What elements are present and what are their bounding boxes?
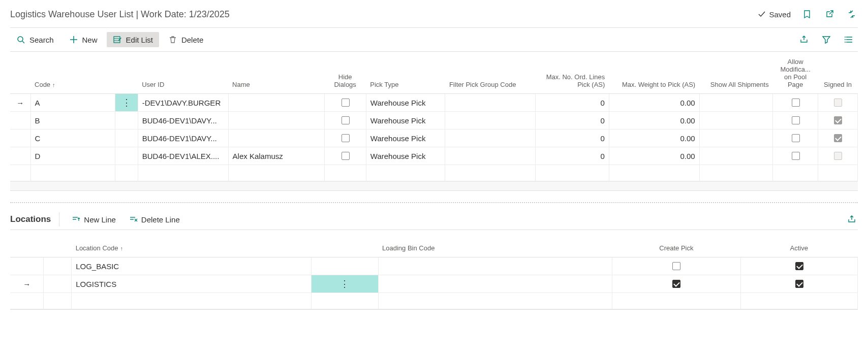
cell-filter-group[interactable] xyxy=(445,129,536,147)
empty-cell[interactable] xyxy=(138,165,228,181)
cell-pick-type[interactable]: Warehouse Pick xyxy=(366,94,445,112)
empty-cell[interactable] xyxy=(30,165,115,181)
col-filter-pick-group[interactable]: Filter Pick Group Code xyxy=(445,54,536,94)
col-user-id[interactable]: User ID xyxy=(138,54,228,94)
active-checkbox[interactable] xyxy=(795,280,803,288)
cell-loading-bin[interactable] xyxy=(378,257,612,275)
row-menu-button[interactable] xyxy=(115,147,138,165)
delete-button[interactable]: Delete xyxy=(162,32,209,47)
cell-hide-dialogs[interactable] xyxy=(324,147,366,165)
cell-hide-dialogs[interactable] xyxy=(324,129,366,147)
cell-signed-in[interactable] xyxy=(818,112,858,129)
empty-cell[interactable] xyxy=(324,165,366,181)
cell-location-code[interactable]: LOGISTICS xyxy=(72,275,312,293)
new-button[interactable]: New xyxy=(63,32,104,47)
cell-active[interactable] xyxy=(740,257,857,275)
cell-show-shipments[interactable] xyxy=(699,129,773,147)
search-button[interactable]: Search xyxy=(10,32,60,47)
cell-extra[interactable]: ⋮ xyxy=(311,275,378,293)
table-row[interactable]: LOG_BASIC xyxy=(10,257,858,275)
cell-user-id[interactable]: -DEV1\DAVY.BURGER xyxy=(138,94,228,112)
loc-col-loading-bin[interactable]: Loading Bin Code xyxy=(378,232,612,257)
locations-grid[interactable]: Location Code↑ Loading Bin Code Create P… xyxy=(10,232,858,309)
empty-cell[interactable] xyxy=(228,165,324,181)
row-menu-button[interactable] xyxy=(115,112,138,129)
hide-dialogs-checkbox[interactable] xyxy=(342,116,350,124)
empty-cell[interactable] xyxy=(536,165,609,181)
cell-allow-modifica[interactable] xyxy=(773,112,818,129)
table-row-empty[interactable] xyxy=(10,293,858,309)
empty-cell[interactable] xyxy=(612,293,740,309)
empty-cell[interactable] xyxy=(115,165,138,181)
cell-max-lines[interactable]: 0 xyxy=(536,112,609,129)
col-code[interactable]: Code↑ xyxy=(30,54,115,94)
cell-code[interactable]: C xyxy=(30,129,115,147)
empty-cell[interactable] xyxy=(378,293,612,309)
filter-icon[interactable] xyxy=(820,34,832,46)
col-signed-in[interactable]: Signed In xyxy=(818,54,858,94)
table-row[interactable]: CBUD46-DEV1\DAVY...Warehouse Pick00.00 xyxy=(10,129,858,147)
empty-cell[interactable] xyxy=(699,165,773,181)
locations-share-icon[interactable] xyxy=(846,213,858,225)
cell-signed-in[interactable] xyxy=(818,147,858,165)
cell-code[interactable]: D xyxy=(30,147,115,165)
cell-name[interactable] xyxy=(228,129,324,147)
cell-create-pick[interactable] xyxy=(612,257,740,275)
col-max-weight[interactable]: Max. Weight to Pick (AS) xyxy=(609,54,699,94)
loc-col-location-code[interactable]: Location Code↑ xyxy=(72,232,312,257)
empty-cell[interactable] xyxy=(740,293,857,309)
cell-code[interactable]: B xyxy=(30,112,115,129)
table-row[interactable]: DBUD46-DEV1\ALEX....Alex KalamuszWarehou… xyxy=(10,147,858,165)
cell-pick-type[interactable]: Warehouse Pick xyxy=(366,112,445,129)
cell-filter-group[interactable] xyxy=(445,94,536,112)
cell-pick-type[interactable]: Warehouse Pick xyxy=(366,129,445,147)
cell-max-weight[interactable]: 0.00 xyxy=(609,112,699,129)
users-grid[interactable]: Code↑ User ID Name Hide Dialogs Pick Typ… xyxy=(10,54,858,181)
allow-modifica-checkbox[interactable] xyxy=(792,116,800,124)
col-show-shipments[interactable]: Show All Shipments xyxy=(699,54,773,94)
cell-max-weight[interactable]: 0.00 xyxy=(609,94,699,112)
col-max-lines[interactable]: Max. No. Ord. Lines Pick (AS) xyxy=(536,54,609,94)
col-hide-dialogs[interactable]: Hide Dialogs xyxy=(324,54,366,94)
col-name[interactable]: Name xyxy=(228,54,324,94)
cell-max-lines[interactable]: 0 xyxy=(536,147,609,165)
cell-allow-modifica[interactable] xyxy=(773,129,818,147)
empty-cell[interactable] xyxy=(311,293,378,309)
cell-loading-bin[interactable] xyxy=(378,275,612,293)
empty-cell[interactable] xyxy=(44,293,72,309)
empty-cell[interactable] xyxy=(10,165,30,181)
cell-signed-in[interactable] xyxy=(818,129,858,147)
active-checkbox[interactable] xyxy=(795,262,803,270)
create-pick-checkbox[interactable] xyxy=(672,262,680,270)
loc-col-create-pick[interactable]: Create Pick xyxy=(612,232,740,257)
cell-user-id[interactable]: BUD46-DEV1\ALEX.... xyxy=(138,147,228,165)
allow-modifica-checkbox[interactable] xyxy=(792,134,800,142)
empty-cell[interactable] xyxy=(818,165,858,181)
row-menu-button[interactable] xyxy=(44,275,72,293)
cell-hide-dialogs[interactable] xyxy=(324,112,366,129)
cell-name[interactable] xyxy=(228,112,324,129)
cell-create-pick[interactable] xyxy=(612,275,740,293)
cell-active[interactable] xyxy=(740,275,857,293)
cell-user-id[interactable]: BUD46-DEV1\DAVY... xyxy=(138,129,228,147)
cell-show-shipments[interactable] xyxy=(699,94,773,112)
empty-cell[interactable] xyxy=(72,293,312,309)
hide-dialogs-checkbox[interactable] xyxy=(342,99,350,107)
cell-max-weight[interactable]: 0.00 xyxy=(609,129,699,147)
cell-signed-in[interactable] xyxy=(818,94,858,112)
cell-max-lines[interactable]: 0 xyxy=(536,129,609,147)
table-row-empty[interactable] xyxy=(10,165,858,181)
cell-filter-group[interactable] xyxy=(445,112,536,129)
allow-modifica-checkbox[interactable] xyxy=(792,152,800,160)
row-menu-button[interactable] xyxy=(44,257,72,275)
cell-filter-group[interactable] xyxy=(445,147,536,165)
row-menu-button[interactable] xyxy=(115,129,138,147)
empty-cell[interactable] xyxy=(366,165,445,181)
cell-pick-type[interactable]: Warehouse Pick xyxy=(366,147,445,165)
loc-col-active[interactable]: Active xyxy=(740,232,857,257)
cell-user-id[interactable]: BUD46-DEV1\DAVY... xyxy=(138,112,228,129)
cell-allow-modifica[interactable] xyxy=(773,94,818,112)
hide-dialogs-checkbox[interactable] xyxy=(342,134,350,142)
table-row[interactable]: →A⋮-DEV1\DAVY.BURGERWarehouse Pick00.00 xyxy=(10,94,858,112)
cell-allow-modifica[interactable] xyxy=(773,147,818,165)
